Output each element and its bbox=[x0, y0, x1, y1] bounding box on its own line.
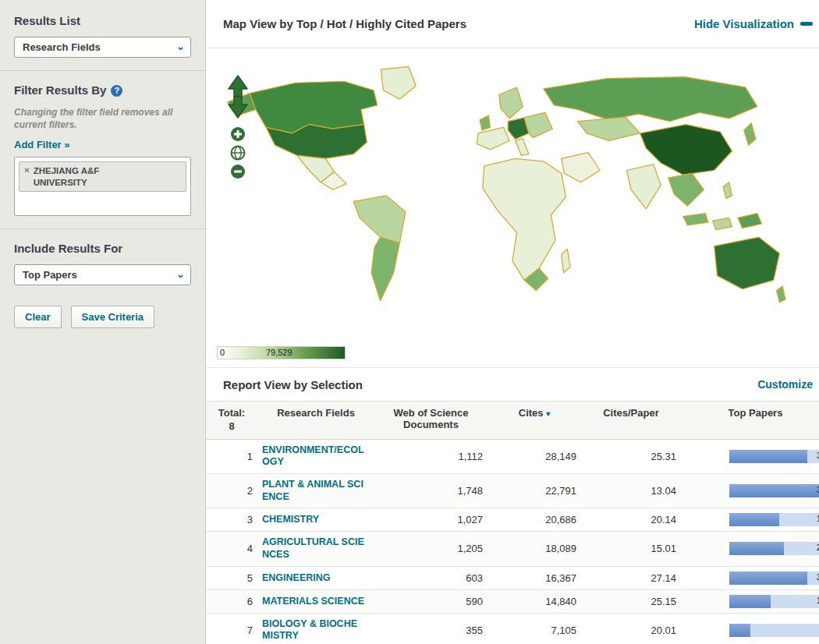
row-rank: 3 bbox=[206, 508, 257, 532]
total-label: Total: bbox=[211, 407, 253, 420]
map-view-title: Map View by Top / Hot / Highly Cited Pap… bbox=[223, 17, 466, 30]
hide-visualization-label: Hide Visualization bbox=[694, 17, 794, 30]
research-field-link[interactable]: AGRICULTURAL SCIENCES bbox=[262, 536, 365, 561]
include-results-value: Top Papers bbox=[23, 269, 77, 281]
world-map[interactable] bbox=[217, 56, 819, 333]
country-shape bbox=[777, 286, 785, 303]
country-shape bbox=[499, 87, 523, 119]
research-field-link[interactable]: PLANT & ANIMAL SCIENCE bbox=[262, 479, 365, 503]
report-table-body: 1 ENVIRONMENT/ECOLOGY 1,112 28,149 25.31… bbox=[206, 439, 819, 644]
filter-tag[interactable]: × ZHEJIANG A&F UNIVERSITY bbox=[19, 161, 186, 192]
top-papers-bar: 39 bbox=[729, 484, 819, 497]
row-cites-per-paper: 27.14 bbox=[581, 566, 681, 589]
research-field-link[interactable]: ENVIRONMENT/ECOLOGY bbox=[262, 444, 365, 469]
row-documents: 590 bbox=[374, 589, 488, 613]
main-content: Map View by Top / Hot / Highly Cited Pap… bbox=[206, 0, 819, 644]
top-papers-bar-fill bbox=[729, 571, 807, 585]
column-header-cites[interactable]: Cites ▾ bbox=[488, 402, 581, 440]
hide-visualization-link[interactable]: Hide Visualization bbox=[694, 17, 813, 30]
row-rank: 5 bbox=[206, 566, 257, 589]
row-cites: 7,105 bbox=[488, 613, 581, 644]
country-shape bbox=[480, 115, 490, 130]
research-field-link[interactable]: BIOLOGY & BIOCHEMISTRY bbox=[262, 618, 365, 642]
top-papers-bar: 16 bbox=[729, 595, 819, 608]
table-row: 2 PLANT & ANIMAL SCIENCE 1,748 22,791 13… bbox=[206, 474, 819, 508]
country-shape bbox=[714, 237, 780, 289]
column-header-cites-per-paper[interactable]: Cites/Paper bbox=[581, 402, 681, 440]
table-row: 6 MATERIALS SCIENCE 590 14,840 25.15 16 bbox=[206, 589, 819, 613]
country-shape bbox=[562, 249, 570, 272]
map-visualization: 0 79,529 bbox=[206, 56, 819, 368]
country-shape bbox=[578, 117, 640, 140]
row-documents: 1,748 bbox=[374, 474, 488, 508]
report-table: Total: 8 Research Fields Web of Science … bbox=[206, 401, 819, 644]
countries-layer[interactable] bbox=[228, 66, 785, 303]
results-list-value: Research Fields bbox=[23, 41, 101, 53]
top-papers-bar-fill bbox=[729, 450, 807, 463]
country-shape bbox=[483, 158, 566, 280]
app-window: Results List Research Fields ⌄ Filter Re… bbox=[0, 0, 819, 644]
sidebar-divider bbox=[0, 228, 205, 229]
help-icon[interactable]: ? bbox=[111, 85, 122, 97]
clear-button[interactable]: Clear bbox=[14, 306, 62, 328]
country-shape bbox=[353, 196, 406, 243]
research-field-link[interactable]: ENGINEERING bbox=[262, 572, 331, 585]
include-results-dropdown[interactable]: Top Papers ⌄ bbox=[14, 264, 191, 285]
row-rank: 7 bbox=[206, 613, 257, 644]
world-map-svg[interactable] bbox=[217, 56, 790, 331]
row-rank: 1 bbox=[206, 439, 257, 473]
active-filters-box: × ZHEJIANG A&F UNIVERSITY bbox=[14, 157, 191, 216]
country-shape bbox=[683, 214, 708, 225]
total-value: 8 bbox=[211, 420, 253, 433]
research-field-link[interactable]: MATERIALS SCIENCE bbox=[262, 596, 364, 608]
save-criteria-button[interactable]: Save Criteria bbox=[71, 306, 155, 328]
top-papers-bar-fill bbox=[729, 513, 779, 526]
row-documents: 603 bbox=[374, 566, 488, 589]
customize-link[interactable]: Customize bbox=[757, 378, 813, 391]
top-papers-bar-fill bbox=[729, 595, 771, 608]
row-cites-per-paper: 20.14 bbox=[581, 508, 681, 532]
map-navigation-controls[interactable] bbox=[225, 73, 251, 185]
add-filter-link[interactable]: Add Filter » bbox=[14, 139, 70, 150]
legend-min-label: 0 bbox=[220, 348, 225, 357]
remove-filter-icon[interactable]: × bbox=[24, 165, 30, 188]
row-documents: 355 bbox=[374, 613, 488, 644]
column-header-wos-documents[interactable]: Web of Science Documents bbox=[374, 402, 488, 440]
row-cites-per-paper: 25.31 bbox=[581, 439, 681, 473]
cites-label: Cites bbox=[519, 407, 544, 419]
row-cites-per-paper: 13.04 bbox=[581, 474, 681, 508]
top-papers-bar-fill bbox=[729, 624, 750, 637]
row-cites: 18,089 bbox=[488, 532, 581, 566]
row-cites-per-paper: 25.15 bbox=[581, 589, 681, 613]
row-cites-per-paper: 20.01 bbox=[581, 613, 681, 644]
report-view-title: Report View by Selection bbox=[223, 378, 363, 391]
country-shape bbox=[723, 182, 732, 199]
chevron-down-icon: ⌄ bbox=[176, 41, 185, 52]
country-shape bbox=[744, 123, 756, 146]
country-shape bbox=[381, 66, 417, 99]
row-cites-per-paper: 15.01 bbox=[581, 532, 681, 566]
row-rank: 4 bbox=[206, 532, 257, 566]
research-field-link[interactable]: CHEMISTRY bbox=[262, 514, 319, 526]
top-papers-bar: 8 bbox=[729, 624, 819, 637]
include-results-heading: Include Results For bbox=[14, 242, 191, 255]
filter-results-label: Filter Results By bbox=[14, 83, 106, 97]
row-cites: 16,367 bbox=[488, 566, 581, 589]
filter-results-heading: Filter Results By? bbox=[14, 83, 191, 97]
globe-icon bbox=[232, 147, 245, 160]
table-row: 5 ENGINEERING 603 16,367 27.14 30 bbox=[206, 566, 819, 589]
table-row: 7 BIOLOGY & BIOCHEMISTRY 355 7,105 20.01… bbox=[206, 613, 819, 644]
country-shape bbox=[562, 153, 600, 182]
report-table-header-row: Total: 8 Research Fields Web of Science … bbox=[206, 402, 819, 440]
top-papers-bar: 21 bbox=[729, 542, 819, 555]
country-shape bbox=[544, 77, 757, 122]
sidebar: Results List Research Fields ⌄ Filter Re… bbox=[0, 0, 206, 644]
row-rank: 2 bbox=[206, 474, 257, 508]
column-header-research-fields[interactable]: Research Fields bbox=[257, 402, 374, 440]
results-list-dropdown[interactable]: Research Fields ⌄ bbox=[14, 37, 191, 58]
row-cites: 28,149 bbox=[488, 439, 581, 473]
column-header-top-papers[interactable]: Top Papers bbox=[681, 402, 819, 440]
country-shape bbox=[371, 237, 399, 301]
top-papers-bar-fill bbox=[729, 542, 784, 555]
map-view-header: Map View by Top / Hot / Highly Cited Pap… bbox=[206, 0, 819, 48]
